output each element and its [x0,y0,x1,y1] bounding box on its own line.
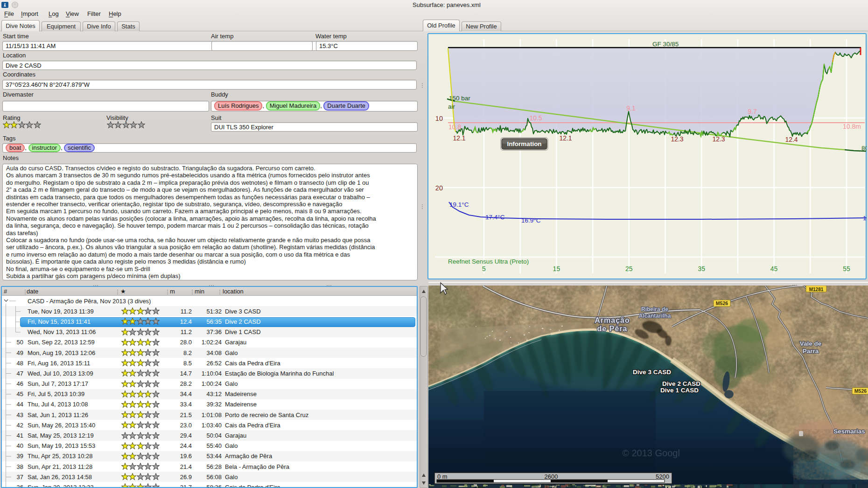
svg-text:Reefnet Sensus Ultra (Preto): Reefnet Sensus Ultra (Preto) [448,258,529,265]
svg-text:Vale de: Vale de [800,340,822,347]
svg-text:10.8m: 10.8m [843,123,861,130]
svg-text:25: 25 [625,265,633,272]
svg-text:9.7: 9.7 [748,108,757,115]
svg-text:M1281: M1281 [809,287,824,292]
svg-text:5: 5 [482,265,486,272]
svg-text:M526: M526 [854,388,867,394]
svg-text:5200: 5200 [656,473,669,480]
svg-text:12.1: 12.1 [559,134,572,142]
svg-text:0 13120: 0 13120 [541,484,559,488]
svg-text:55: 55 [843,265,850,272]
svg-text:Dive 3 CASD: Dive 3 CASD [633,369,671,376]
svg-text:© 2013 Googl: © 2013 Googl [622,448,680,458]
svg-text:Parra: Parra [803,348,819,355]
svg-text:0 m: 0 m [437,473,448,480]
svg-text:19.1°C: 19.1°C [449,201,469,208]
svg-text:17.4°C: 17.4°C [485,214,505,221]
svg-text:45: 45 [770,265,778,272]
svg-text:Dive 2 CASD: Dive 2 CASD [662,380,700,387]
svg-text:12.3: 12.3 [712,135,725,143]
svg-text:10.8: 10.8 [448,123,461,131]
svg-text:20: 20 [435,184,443,192]
svg-text:35: 35 [698,265,705,272]
svg-text:Sesmarias: Sesmarias [833,428,865,435]
svg-text:10.5: 10.5 [529,114,542,122]
svg-text:150 bar: 150 bar [449,95,470,102]
svg-text:Ribeira de: Ribeira de [641,306,668,313]
svg-text:de Pêra: de Pêra [597,325,628,333]
svg-text:15: 15 [553,265,560,272]
svg-text:12.3: 12.3 [671,135,683,143]
svg-text:12.1: 12.1 [453,134,465,142]
svg-text:9.1: 9.1 [626,105,636,112]
svg-text:16.9°C: 16.9°C [521,217,541,224]
svg-text:Information: Information [507,140,541,147]
svg-text:Dive 1 CASD: Dive 1 CASD [660,387,699,394]
svg-text:80: 80 [861,145,867,152]
svg-text:M526: M526 [716,300,728,306]
svg-text:Alcantarilha: Alcantarilha [639,313,671,319]
svg-text:air: air [448,103,455,110]
svg-text:2600: 2600 [545,473,558,480]
svg-text:GF 30/85: GF 30/85 [652,41,679,48]
svg-text:16: 16 [863,215,867,222]
svg-text:Armação: Armação [595,316,630,324]
svg-text:10: 10 [435,115,443,122]
svg-text:12.4: 12.4 [785,136,798,143]
